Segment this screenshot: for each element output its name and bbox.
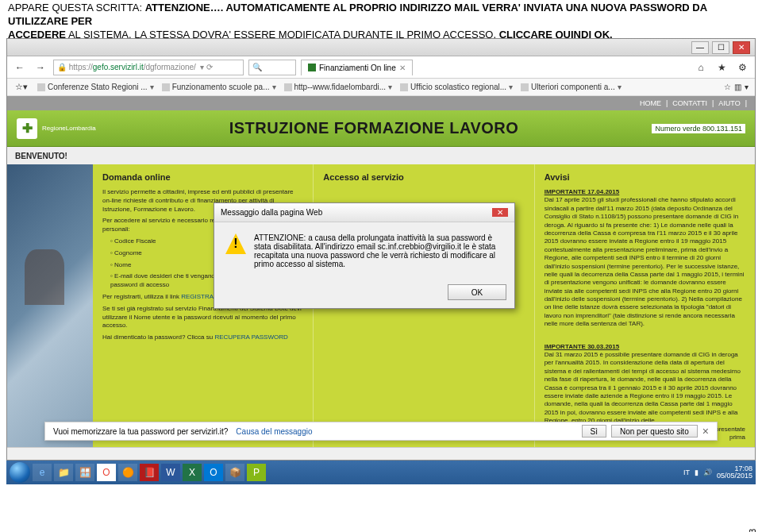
- home-button[interactable]: ⌂: [693, 60, 709, 75]
- bookmark-label: Funzionamento scuole pa...: [172, 83, 270, 91]
- bookmark-label: Ufficio scolastico regional...: [410, 83, 506, 91]
- window-maximize-button[interactable]: ☐: [712, 41, 729, 54]
- search-icon: 🔍: [252, 63, 262, 71]
- windows-taskbar: e 📁 🪟 O 🟠 📕 W X O 📦 P IT ▮ 🔊 17:08 05/05…: [6, 461, 756, 484]
- alert-message: ATTENZIONE: a causa della prolungata ina…: [254, 233, 503, 268]
- col1-heading: Domanda online: [102, 172, 303, 182]
- doc-plain: APPARE QUESTA SCRITTA:: [8, 2, 145, 13]
- address-bar-row: ← → 🔒 https:// gefo.servizirl.it /dgform…: [7, 56, 755, 79]
- taskbar-firefox-icon[interactable]: 🟠: [118, 464, 137, 481]
- tray-clock[interactable]: 17:08 05/05/2015: [717, 465, 752, 480]
- bookmarks-more-icon[interactable]: ▾: [745, 83, 749, 91]
- browser-tab-active[interactable]: Finanziamenti On line ✕: [301, 60, 413, 75]
- bookmark-item[interactable]: http--www.fidaelombardi...: [284, 83, 393, 91]
- nav-contatti-link[interactable]: CONTATTI: [672, 99, 707, 107]
- nav-sep: |: [712, 99, 714, 107]
- window-close-button[interactable]: ✕: [733, 41, 750, 54]
- avviso-text-1: Dal 17 aprile 2015 gli studi professiona…: [545, 196, 745, 328]
- welcome-bar: BENVENUTO!: [7, 147, 755, 164]
- site-title: ISTRUZIONE FORMAZIONE LAVORO: [229, 119, 519, 137]
- taskbar-adobe-icon[interactable]: 📕: [140, 464, 159, 481]
- bookmark-favicon-icon: [400, 83, 408, 91]
- tab-close-button[interactable]: ✕: [399, 64, 406, 72]
- avviso-date-2: IMPORTANTE 30.03.2015: [545, 343, 745, 351]
- refresh-icon[interactable]: ⟳: [206, 63, 213, 71]
- site-top-nav: HOME | CONTATTI | AIUTO |: [7, 96, 755, 110]
- system-tray: IT ▮ 🔊 17:08 05/05/2015: [683, 465, 752, 480]
- col1-p3-text: Per registrarti, utilizza il link: [102, 293, 181, 300]
- logo-mark-icon: ✚: [17, 118, 37, 139]
- alert-ok-button[interactable]: OK: [448, 284, 506, 300]
- url-scheme: https://: [69, 63, 93, 71]
- bookmark-label: Ulteriori componenti a...: [531, 83, 615, 91]
- taskbar-outlook-icon[interactable]: O: [204, 464, 223, 481]
- nav-aiuto-link[interactable]: AIUTO: [718, 99, 740, 107]
- bookmark-label: Conferenze Stato Regioni ...: [48, 83, 148, 91]
- window-minimize-button[interactable]: —: [691, 41, 709, 54]
- warning-icon: [225, 233, 246, 254]
- nav-home-link[interactable]: HOME: [640, 99, 661, 107]
- alert-buttons: OK: [214, 279, 514, 308]
- column-avvisi: Avvisi IMPORTANTE 17.04.2015 Dal 17 apri…: [535, 164, 755, 447]
- taskbar-app-icon[interactable]: 🪟: [75, 464, 94, 481]
- taskbar-dropbox-icon[interactable]: 📦: [225, 464, 244, 481]
- browser-window: — ☐ ✕ ← → 🔒 https:// gefo.servizirl.it /…: [6, 38, 756, 461]
- url-path: /dgformazione/: [144, 63, 196, 71]
- recupera-password-link[interactable]: RECUPERA PASSWORD: [214, 333, 287, 341]
- bookmark-favicon-icon: [162, 83, 170, 91]
- bookmark-item[interactable]: Ufficio scolastico regional...: [400, 83, 513, 91]
- tray-volume-icon[interactable]: 🔊: [703, 468, 712, 476]
- tray-lang[interactable]: IT: [683, 468, 690, 476]
- taskbar-publisher-icon[interactable]: P: [247, 464, 266, 481]
- savepw-yes-button[interactable]: Sì: [582, 425, 606, 438]
- tools-gear-button[interactable]: ⚙: [734, 60, 750, 75]
- bookmark-item[interactable]: Ulteriori componenti a...: [521, 83, 622, 91]
- page-content: Domanda online Il servizio permette a ci…: [7, 164, 755, 447]
- savepw-question: Vuoi memorizzare la tua password per ser…: [53, 427, 228, 436]
- url-input[interactable]: 🔒 https:// gefo.servizirl.it /dgformazio…: [53, 60, 244, 75]
- favorites-button[interactable]: ★: [714, 60, 729, 75]
- bookmark-favicon-icon: [521, 83, 529, 91]
- taskbar-chrome-icon[interactable]: O: [97, 464, 116, 481]
- avviso-date-1: IMPORTANTE 17.04.2015: [545, 188, 745, 196]
- url-host: gefo.servizirl.it: [93, 63, 144, 71]
- bookmarks-list-icon[interactable]: ▥: [734, 83, 741, 91]
- clock-date: 05/05/2015: [717, 472, 752, 480]
- bookmark-favicon-icon: [37, 83, 45, 91]
- savepw-why-link[interactable]: Causa del messaggio: [236, 427, 312, 436]
- avviso-block-1: IMPORTANTE 17.04.2015 Dal 17 aprile 2015…: [545, 188, 745, 329]
- search-dropdown-icon[interactable]: ▾: [200, 63, 204, 71]
- search-input[interactable]: 🔍: [248, 60, 296, 75]
- alert-titlebar: Messaggio dalla pagina Web ✕: [214, 203, 514, 222]
- bookmark-item[interactable]: Conferenze Stato Regioni ...: [37, 83, 154, 91]
- site-header-band: ✚ RegioneLombardia ISTRUZIONE FORMAZIONE…: [7, 110, 755, 147]
- taskbar-explorer-icon[interactable]: 📁: [54, 464, 73, 481]
- bookmark-item[interactable]: Funzionamento scuole pa...: [162, 83, 276, 91]
- savepw-close-button[interactable]: ×: [702, 425, 709, 438]
- tray-flag-icon[interactable]: ▮: [695, 468, 698, 476]
- tab-title: Finanziamenti On line: [319, 64, 396, 72]
- taskbar-ie-icon[interactable]: e: [33, 464, 52, 481]
- logo-text: RegioneLombardia: [42, 125, 96, 132]
- bookmark-favicon-icon: [284, 83, 292, 91]
- bookmark-label: http--www.fidaelombardi...: [294, 83, 387, 91]
- bookmarks-add-icon[interactable]: ☆: [724, 83, 731, 91]
- site-logo[interactable]: ✚ RegioneLombardia: [17, 118, 96, 139]
- start-button[interactable]: [10, 462, 30, 483]
- bookmarks-bar: ☆▾ Conferenze Stato Regioni ... Funziona…: [7, 79, 755, 96]
- col1-p5: Hai dimenticato la password? Clicca su R…: [102, 333, 303, 342]
- taskbar-word-icon[interactable]: W: [161, 464, 180, 481]
- bookmarks-dropdown-icon[interactable]: ☆▾: [13, 79, 29, 95]
- alert-close-button[interactable]: ✕: [492, 208, 508, 217]
- alert-body: ATTENZIONE: a causa della prolungata ina…: [214, 222, 514, 279]
- browser-status-bar: [7, 447, 755, 460]
- savepw-no-button[interactable]: Non per questo sito: [611, 425, 698, 438]
- nav-back-button[interactable]: ←: [12, 60, 28, 75]
- page-number: Pagina3: [749, 529, 757, 532]
- taskbar-excel-icon[interactable]: X: [183, 464, 202, 481]
- save-password-bar: Vuoi memorizzare la tua password per ser…: [7, 420, 755, 442]
- document-instruction-text: APPARE QUESTA SCRITTA: ATTENZIONE…. AUTO…: [0, 0, 762, 44]
- window-titlebar: — ☐ ✕: [7, 39, 755, 56]
- nav-sep: |: [666, 99, 668, 107]
- nav-forward-button[interactable]: →: [33, 60, 48, 75]
